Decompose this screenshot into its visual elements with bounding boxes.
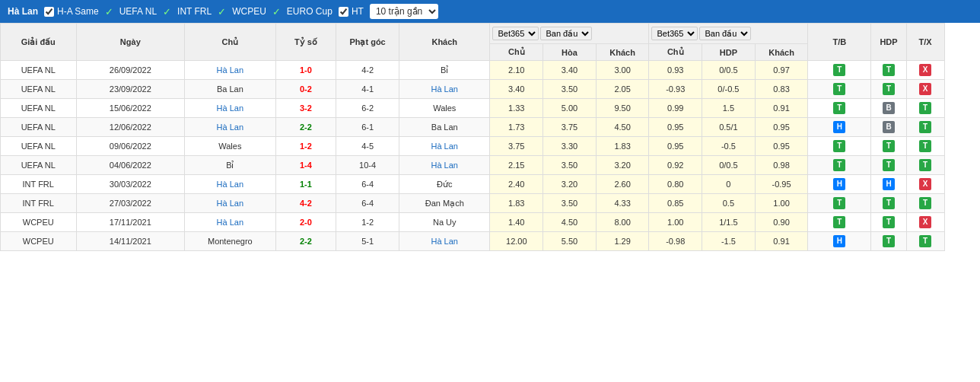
bet1-select[interactable]: Bet365 — [492, 27, 539, 40]
cell-giai: WCPEU — [1, 232, 77, 251]
filter-ht-label: HT — [352, 6, 364, 17]
badge-t: T — [919, 102, 931, 114]
cell-khach: Hà Lan — [399, 156, 490, 175]
cell-o-chu: 1.83 — [490, 194, 543, 213]
filter-uefa-nl[interactable]: UEFA NL — [119, 6, 157, 17]
bandau1-select[interactable]: Ban đầu — [540, 27, 592, 40]
cell-hdp-khach: 0.91 — [755, 232, 808, 251]
checkbox-ha-same[interactable] — [44, 7, 54, 17]
cell-tyso: 1-2 — [275, 137, 336, 156]
check-wcpeu: ✓ — [218, 6, 226, 18]
badge-t: T — [919, 121, 931, 133]
khach-link[interactable]: Hà Lan — [431, 84, 458, 94]
cell-ngay: 04/06/2022 — [76, 156, 185, 175]
cell-tyso: 3-2 — [275, 99, 336, 118]
cell-hdp-chu: 0.93 — [649, 61, 702, 80]
filter-int-frl[interactable]: INT FRL — [177, 6, 212, 17]
khach-link[interactable]: Hà Lan — [431, 161, 458, 170]
chu-link[interactable]: Hà Lan — [217, 65, 243, 75]
cell-phat: 4-5 — [336, 137, 399, 156]
cell-chu: Hà Lan — [185, 61, 275, 80]
cell-phat: 4-2 — [336, 61, 399, 80]
cell-phat: 1-2 — [336, 213, 399, 232]
cell-o-khach: 9.50 — [596, 99, 649, 118]
cell-chu: Ba Lan — [185, 80, 275, 99]
cell-tx: T — [906, 118, 944, 137]
cell-o-khach: 4.50 — [596, 118, 649, 137]
filter-wcpeu-label: WCPEU — [232, 6, 266, 17]
cell-chu: Hà Lan — [185, 194, 275, 213]
check-int-frl: ✓ — [163, 6, 171, 18]
cell-hdp-chu: 1.00 — [649, 213, 702, 232]
filter-euro-cup-label: EURO Cup — [287, 6, 332, 17]
chu-link[interactable]: Hà Lan — [217, 123, 243, 132]
chu-text: Ba Lan — [217, 84, 243, 94]
cell-tx: T — [906, 156, 944, 175]
cell-khach: Bỉ — [399, 61, 490, 80]
cell-hdp-b: T — [871, 232, 906, 251]
cell-tyso: 4-2 — [275, 194, 336, 213]
khach-link[interactable]: Hà Lan — [431, 142, 458, 151]
cell-tb: H — [808, 118, 871, 137]
th-phat: Phạt góc — [336, 24, 399, 61]
table-row: WCPEU 14/11/2021 Montenegro 2-2 5-1 Hà L… — [1, 232, 980, 251]
th-chu-sub: Chủ — [490, 44, 543, 61]
bet2-select[interactable]: Bet365 — [651, 27, 698, 40]
cell-tyso: 1-4 — [275, 156, 336, 175]
cell-phat: 6-2 — [336, 99, 399, 118]
cell-o-chu: 2.10 — [490, 61, 543, 80]
cell-tb: T — [808, 194, 871, 213]
cell-khach: Hà Lan — [399, 137, 490, 156]
filter-wcpeu[interactable]: WCPEU — [232, 6, 266, 17]
th-hoa-sub: Hòa — [543, 44, 597, 61]
cell-chu: Wales — [185, 137, 275, 156]
filter-euro-cup[interactable]: EURO Cup — [287, 6, 332, 17]
th-hdp-sub: HDP — [702, 44, 756, 61]
cell-hdp-chu: 0.92 — [649, 156, 702, 175]
cell-hdp-khach: 0.98 — [755, 156, 808, 175]
cell-hdp-val: -0.5 — [702, 137, 756, 156]
recent-select[interactable]: 10 trận gần20 trận gần30 trận gần — [370, 4, 438, 19]
cell-phat: 6-1 — [336, 118, 399, 137]
badge-t: T — [833, 159, 845, 171]
chu-link[interactable]: Hà Lan — [217, 180, 243, 189]
th-hdp: HDP — [871, 24, 906, 61]
cell-chu: Bỉ — [185, 156, 275, 175]
cell-o-hoa: 5.50 — [543, 232, 597, 251]
cell-hdp-b: T — [871, 61, 906, 80]
filter-ha-same[interactable]: H-A Same — [44, 6, 99, 17]
khach-text: Na Uy — [433, 218, 457, 227]
cell-tx: X — [906, 213, 944, 232]
cell-chu: Hà Lan — [185, 118, 275, 137]
cell-o-chu: 1.73 — [490, 118, 543, 137]
chu-link[interactable]: Hà Lan — [217, 103, 243, 113]
cell-o-khach: 1.83 — [596, 137, 649, 156]
cell-khach: Đan Mạch — [399, 194, 490, 213]
cell-hdp-khach: 0.91 — [755, 99, 808, 118]
cell-o-khach: 4.33 — [596, 194, 649, 213]
cell-chu: Hà Lan — [185, 213, 275, 232]
cell-tb: H — [808, 175, 871, 194]
cell-chu: Hà Lan — [185, 99, 275, 118]
cell-ngay: 30/03/2022 — [76, 175, 185, 194]
khach-link[interactable]: Hà Lan — [431, 237, 458, 246]
cell-o-hoa: 3.50 — [543, 194, 597, 213]
cell-tx: T — [906, 137, 944, 156]
checkbox-ht[interactable] — [339, 7, 348, 17]
cell-ngay: 14/11/2021 — [76, 232, 185, 251]
cell-o-chu: 1.40 — [490, 213, 543, 232]
th-khach: Khách — [399, 24, 490, 61]
cell-hdp-khach: 0.83 — [755, 80, 808, 99]
cell-tyso: 2-2 — [275, 232, 336, 251]
cell-tx: X — [906, 61, 944, 80]
cell-tyso: 0-2 — [275, 80, 336, 99]
th-khach2-sub: Khách — [755, 44, 808, 61]
cell-ngay: 17/11/2021 — [76, 213, 185, 232]
bandau2-select[interactable]: Ban đầu — [699, 27, 751, 40]
chu-link[interactable]: Hà Lan — [217, 199, 243, 208]
chu-link[interactable]: Hà Lan — [217, 218, 243, 227]
cell-giai: UEFA NL — [1, 99, 77, 118]
cell-hdp-b: T — [871, 156, 906, 175]
filter-ht[interactable]: HT — [339, 6, 364, 17]
cell-giai: UEFA NL — [1, 156, 77, 175]
